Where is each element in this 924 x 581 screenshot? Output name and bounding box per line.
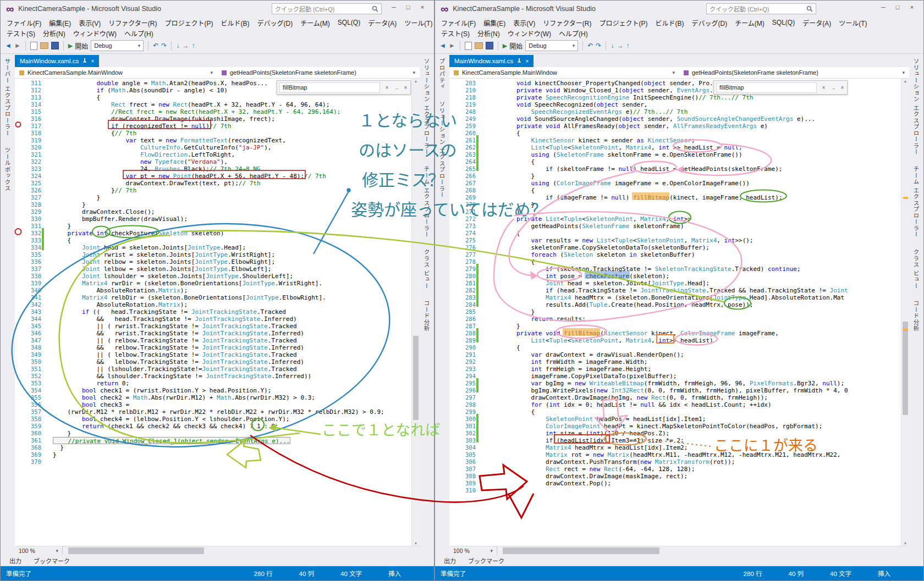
code-line[interactable]: 348 && relbow.TrackingState != JointTrac… [15, 344, 412, 351]
code-line[interactable]: 287 } [449, 323, 901, 330]
code-text[interactable]: int frmHeigh = imageFrame.Height; [487, 366, 651, 373]
code-line[interactable]: 248 SpeechRecognizedEventArgs e)// 7th..… [449, 108, 901, 115]
code-line[interactable]: 369} [15, 451, 412, 458]
menu-item[interactable]: ウィンドウ(W) [504, 28, 555, 38]
code-line[interactable]: 219 void SpeechRecognized(object sender, [449, 101, 901, 108]
code-line[interactable]: 272 private List<Tuple<SkeletonPoint, Ma… [449, 215, 901, 223]
code-line[interactable]: 370 [15, 458, 412, 466]
code-line[interactable]: 349 || ( lelbow.TrackingState != JointTr… [15, 351, 412, 358]
code-text[interactable]: Matrix4 headMtrx = (skeleton.BoneOrienta… [487, 294, 844, 301]
code-line[interactable]: 355 bool check2 = Math.Abs(rwrDir.M12) +… [15, 394, 412, 401]
find-clear-icon[interactable]: × [819, 85, 828, 91]
find-next-icon[interactable]: → [828, 85, 838, 91]
code-text[interactable]: return (check1 && check2 && check3 && ch… [53, 423, 279, 430]
code-text[interactable]: void kinectChooser_PropertyChanged(objec… [487, 80, 721, 87]
find-box[interactable]: fillBitmap × → × [277, 80, 411, 95]
code-line[interactable]: 316 drawContext.DrawImage(fukidashiImage… [15, 115, 412, 123]
code-text[interactable]: drawContext.DrawImage(fukidashiImage, fr… [53, 115, 275, 123]
code-line[interactable]: 320 CultureInfo.GetCultureInfo("ja-JP"), [15, 144, 412, 151]
code-line[interactable]: 313 { [15, 94, 412, 101]
code-line[interactable]: 336 Joint relbow = skeleton.Joints[Joint… [15, 258, 412, 265]
code-line[interactable]: 326 }// 7th [15, 187, 412, 194]
code-text[interactable]: return 0; [53, 380, 129, 387]
code-text[interactable]: double angle = Math.Atan2(headPos.X, hea… [53, 80, 268, 87]
code-text[interactable]: bmpBuffer.Render(drawVisual); [53, 215, 188, 223]
find-box[interactable]: fillBitmap × → × [713, 80, 848, 95]
code-line[interactable]: 330 bmpBuffer.Render(drawVisual); [15, 215, 412, 223]
code-line[interactable]: 347 || ( relbow.TrackingState != JointTr… [15, 337, 412, 344]
minimize-button[interactable]: ─ [387, 1, 401, 14]
code-text[interactable]: CultureInfo.GetCultureInfo("ja-JP"), [53, 144, 271, 151]
code-editor[interactable]: 203 void kinectChooser_PropertyChanged(o… [449, 79, 909, 546]
pin-icon[interactable] [82, 58, 87, 64]
code-line[interactable]: 318 {// 7th [15, 130, 412, 137]
code-text[interactable]: void SoundSourceAngleChanged(object send… [487, 115, 815, 123]
editor-surface[interactable]: 203 void kinectChooser_PropertyChanged(o… [449, 80, 901, 494]
code-line[interactable]: 260 { [449, 130, 901, 137]
code-line[interactable]: 295 var bgImg = new WriteableBitmap(frmW… [449, 380, 901, 387]
code-line[interactable]: 342 AbsoluteRotation.Matrix); [15, 301, 412, 308]
tool-window-tab[interactable]: コード分析 [912, 300, 921, 332]
code-line[interactable]: 308 drawContext.DrawImage(maskImage, rec… [449, 473, 901, 480]
code-line[interactable]: 351 || (lshoulder.TrackingState!=JointTr… [15, 366, 412, 373]
scroll-down-icon[interactable]: ▼ [412, 541, 420, 545]
code-text[interactable]: (rwrDir.M12 * relbDir.M12 + rwrDir.M22 *… [53, 408, 384, 416]
code-line[interactable]: 281 Joint head = skeleton.Joints[JointTy… [449, 280, 901, 287]
navigate-forward-icon[interactable]: ► [14, 42, 21, 49]
code-line[interactable]: 263 using (SkeletonFrame skeltonFrame = … [449, 151, 901, 158]
horizontal-scrollbar[interactable] [497, 546, 909, 555]
code-line[interactable]: 325 drawContext.DrawText(text, pt);// 7t… [15, 180, 412, 187]
code-text[interactable]: }// 7th [53, 187, 136, 194]
code-text[interactable]: bool check3 = [53, 401, 129, 408]
code-line[interactable]: 307 Rect rect = new Rect(-64, -64, 128, … [449, 466, 901, 473]
breadcrumb-method-dropdown[interactable]: getHeadPoints(SkeletonFrame skeletonFram… [217, 67, 420, 78]
new-file-icon[interactable] [30, 42, 37, 50]
code-line[interactable]: 338 Joint lshoulder = skeleton.Joints[Jo… [15, 273, 412, 280]
code-text[interactable]: } [487, 173, 535, 180]
code-line[interactable]: 329 drawContext.Close(); [15, 208, 412, 215]
code-line[interactable]: 324 var pt = new Point(headPt.X + 56, he… [15, 173, 412, 180]
code-text[interactable]: bool check1 = (rwrist.Position.Y > head.… [53, 387, 271, 394]
document-tab[interactable]: MainWindow.xaml.cs × [449, 55, 534, 67]
menu-item[interactable]: ヘルプ(H) [120, 28, 157, 38]
code-text[interactable]: results.Add(Tuple.Create(head.Position, … [487, 301, 753, 308]
code-text[interactable]: { [487, 258, 535, 265]
code-text[interactable]: } [53, 223, 71, 230]
code-line[interactable]: 333 { [15, 237, 412, 244]
code-text[interactable]: } [487, 308, 535, 316]
code-line[interactable]: 278 { [449, 258, 901, 265]
code-line[interactable]: 292 int frmWidth = imageFrame.Width; [449, 358, 901, 366]
tool-window-tab[interactable]: クラス ビュー [912, 249, 921, 289]
code-text[interactable]: } [53, 451, 57, 458]
scroll-up-icon[interactable]: ▲ [412, 79, 420, 83]
code-line[interactable]: 361 //private void Window_Closed_1(objec… [15, 437, 412, 444]
code-line[interactable]: 323 24, Brushes.Black);// 7th 24⇒8 NG [15, 165, 412, 173]
code-text[interactable]: Rect rect = new Rect(-64, -64, 128, 128)… [487, 466, 695, 473]
code-line[interactable]: 350 && lelbow.TrackingState != JointTrac… [15, 358, 412, 366]
horizontal-scrollbar[interactable] [63, 546, 420, 555]
code-line[interactable]: 356 bool check3 = [15, 401, 412, 408]
code-text[interactable]: skeletonFrame.CopySkeletonDataTo(skeleto… [487, 244, 710, 251]
close-tab-icon[interactable]: × [91, 58, 94, 64]
code-text[interactable]: using (SkeletonFrame skeltonFrame = e.Op… [487, 151, 743, 158]
code-text[interactable]: } [53, 194, 100, 201]
code-line[interactable]: 360 } [15, 430, 412, 437]
tool-window-tab[interactable]: ツールボックス [4, 147, 12, 192]
scrollbar-thumb[interactable] [903, 322, 908, 415]
code-text[interactable]: 24, Brushes.Black);// 7th 24⇒8 NG [53, 165, 261, 173]
code-text[interactable]: if (Math.Abs(soundDir - angle) < 10) [53, 87, 228, 94]
code-text[interactable]: ColorImagePoint headPt = kinect.MapSkele… [487, 423, 822, 430]
code-text[interactable]: var bgImg = new WriteableBitmap(frmWidth… [487, 380, 844, 387]
code-line[interactable]: 283 Matrix4 headMtrx = (skeleton.BoneOri… [449, 294, 901, 301]
code-text[interactable]: if (skeltonFrame != null) headList = get… [487, 165, 782, 173]
code-line[interactable]: 337 Joint lelbow = skeleton.Joints[Joint… [15, 265, 412, 273]
code-line[interactable]: 319 var text = new FormattedText(recogni… [15, 137, 412, 144]
menu-item[interactable]: データ(A) [364, 18, 400, 28]
code-line[interactable]: 314 Rect frect = new Rect(headPt.X + 32,… [15, 101, 412, 108]
tool-window-tab[interactable]: チーム エクスプローラー [423, 166, 431, 237]
code-text[interactable]: FlowDirection.LeftToRight, [53, 151, 235, 158]
code-text[interactable]: private List<Tuple<SkeletonPoint, Matrix… [487, 215, 691, 223]
code-line[interactable]: 339 Matrix4 rwrDir = (skeleton.BoneOrien… [15, 280, 412, 287]
code-text[interactable]: private void fillBitmap(KinectSensor kin… [487, 330, 779, 337]
code-text[interactable]: if (( head.TrackingState != JointTrackin… [53, 308, 286, 316]
